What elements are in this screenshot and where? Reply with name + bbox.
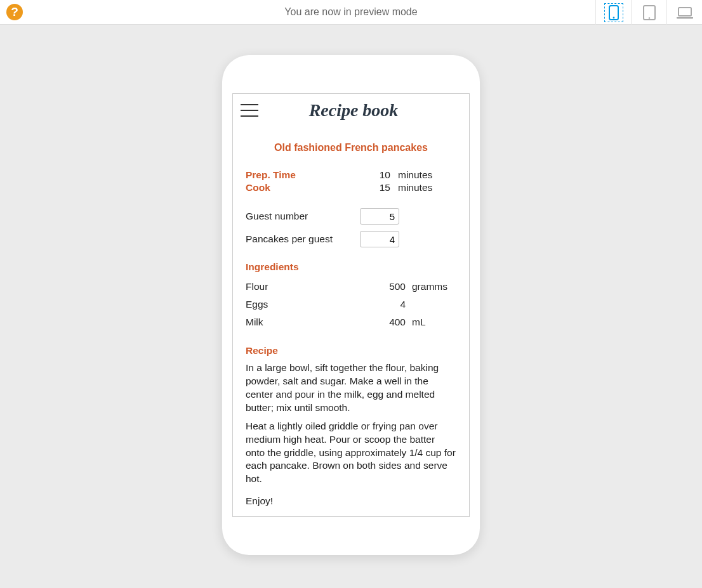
enjoy-text: Enjoy! xyxy=(246,495,456,508)
ingredient-name: Flour xyxy=(246,278,374,296)
ingredient-row: Eggs 4 xyxy=(246,296,456,313)
cook-time-row: Cook 15 minutes xyxy=(246,181,456,194)
ingredient-name: Milk xyxy=(246,313,374,331)
preview-toolbar: ? You are now in preview mode xyxy=(0,0,702,25)
time-table: Prep. Time 10 minutes Cook 15 minutes xyxy=(246,169,456,194)
app-title: Recipe book xyxy=(258,100,463,121)
prep-time-row: Prep. Time 10 minutes xyxy=(246,169,456,181)
device-tablet-button[interactable] xyxy=(631,0,666,25)
ingredient-unit: gramms xyxy=(412,278,456,296)
ingredients-heading: Ingredients xyxy=(246,261,456,273)
servings-inputs: Guest number Pancakes per guest xyxy=(246,208,456,247)
recipe-step: In a large bowl, sift together the flour… xyxy=(246,362,456,415)
recipe-content: Old fashioned French pancakes Prep. Time… xyxy=(233,124,469,508)
prep-time-value: 10 xyxy=(360,169,398,181)
ingredient-unit: mL xyxy=(412,313,456,331)
ingredient-name: Eggs xyxy=(246,296,374,313)
phone-icon xyxy=(609,5,619,20)
cook-time-unit: minutes xyxy=(398,181,456,194)
pancakes-per-guest-label: Pancakes per guest xyxy=(246,233,360,245)
cook-time-label: Cook xyxy=(246,181,360,194)
ingredient-row: Milk 400 mL xyxy=(246,313,456,331)
ingredient-qty: 400 xyxy=(374,313,412,331)
recipe-body: In a large bowl, sift together the flour… xyxy=(246,362,456,508)
device-desktop-button[interactable] xyxy=(666,0,702,25)
app-viewport: Recipe book Old fashioned French pancake… xyxy=(232,93,470,517)
recipe-title: Old fashioned French pancakes xyxy=(246,142,456,154)
ingredient-qty: 500 xyxy=(374,278,412,296)
ingredient-qty: 4 xyxy=(374,296,412,313)
ingredient-row: Flour 500 gramms xyxy=(246,278,456,296)
help-glyph: ? xyxy=(11,5,18,19)
preview-mode-label: You are now in preview mode xyxy=(284,6,417,18)
laptop-icon xyxy=(677,6,693,19)
svg-rect-4 xyxy=(679,8,691,16)
prep-time-label: Prep. Time xyxy=(246,169,360,181)
guest-number-row: Guest number xyxy=(246,208,456,225)
pancakes-per-guest-input[interactable] xyxy=(360,231,399,247)
prep-time-unit: minutes xyxy=(398,169,456,181)
help-icon[interactable]: ? xyxy=(6,4,23,20)
device-switcher xyxy=(595,0,702,25)
recipe-step: Heat a lightly oiled griddle or frying p… xyxy=(246,420,456,487)
tablet-icon xyxy=(643,5,656,20)
pancakes-per-guest-row: Pancakes per guest xyxy=(246,231,456,247)
cook-time-value: 15 xyxy=(360,181,398,194)
app-header: Recipe book xyxy=(233,94,469,124)
svg-point-1 xyxy=(613,16,614,18)
preview-stage: Recipe book Old fashioned French pancake… xyxy=(0,25,702,588)
guest-number-label: Guest number xyxy=(246,211,360,222)
recipe-heading: Recipe xyxy=(246,345,456,356)
ingredient-unit xyxy=(412,296,456,313)
svg-point-3 xyxy=(648,17,650,19)
guest-number-input[interactable] xyxy=(360,208,399,225)
device-phone-button[interactable] xyxy=(595,0,631,25)
hamburger-icon[interactable] xyxy=(241,104,258,117)
ingredients-table: Flour 500 gramms Eggs 4 Milk 400 mL xyxy=(246,278,456,331)
phone-frame: Recipe book Old fashioned French pancake… xyxy=(222,55,480,555)
